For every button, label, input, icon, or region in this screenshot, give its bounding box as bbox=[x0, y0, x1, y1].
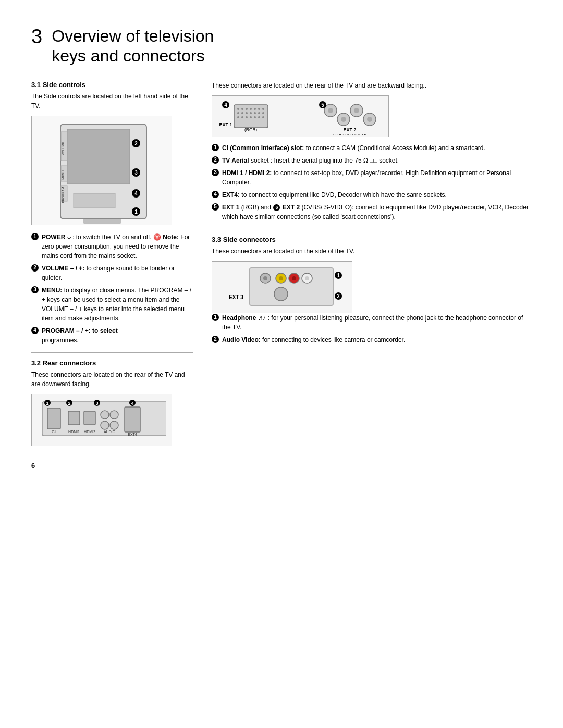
svg-point-27 bbox=[101, 421, 109, 429]
section-desc-side-controls: The Side controls are located on the lef… bbox=[31, 92, 193, 110]
bullet-ext1-text: EXT 1 (RGB) and 6 EXT 2 (CVBS/ S-VIDEO):… bbox=[222, 203, 532, 221]
svg-point-25 bbox=[101, 411, 109, 419]
side-conn-bullets: 1 Headphone ♬♪ : for your personal liste… bbox=[212, 313, 532, 344]
bullet-ci: 1 CI (Common Interface) slot: to connect… bbox=[212, 143, 532, 153]
section-desc-rear: These connectors are located on the rear… bbox=[31, 370, 193, 389]
section-title-rear: 3.2 Rear connectors bbox=[31, 359, 193, 367]
svg-text:CI: CI bbox=[52, 429, 56, 434]
rear-connector-diagram: CI HDMI1 HDMI2 AUDIO bbox=[31, 394, 172, 446]
bullet-program-text: PROGRAM – / +: to selectprogrammes. bbox=[42, 326, 118, 345]
bullet-menu-text: MENU: to display or close menus. The PRO… bbox=[42, 286, 193, 323]
svg-text:3: 3 bbox=[95, 401, 98, 406]
svg-point-43 bbox=[246, 108, 248, 110]
svg-text:MENU: MENU bbox=[62, 170, 65, 180]
rear-diagram-svg: CI HDMI1 HDMI2 AUDIO bbox=[37, 397, 166, 443]
svg-text:EXT 1: EXT 1 bbox=[219, 122, 232, 127]
svg-point-42 bbox=[241, 108, 243, 110]
bullet-audio-video: 2 Audio Video: for connecting to devices… bbox=[212, 335, 532, 344]
svg-text:EXT4: EXT4 bbox=[128, 433, 137, 436]
svg-rect-21 bbox=[68, 411, 80, 425]
side-controls-bullets: 1 POWER ⌵ : to switch the TV on and off.… bbox=[31, 232, 193, 345]
svg-text:1: 1 bbox=[46, 401, 48, 406]
bullet-aerial: 2 TV Aerial socket : Insert the aerial p… bbox=[212, 156, 532, 165]
svg-point-56 bbox=[241, 116, 243, 118]
section-title-side-controls: 3.1 Side controls bbox=[31, 81, 193, 89]
svg-point-80 bbox=[263, 276, 267, 280]
side-conn-svg: 1 2 EXT 3 bbox=[218, 264, 346, 311]
left-column: 3.1 Side controls The Side controls are … bbox=[31, 81, 193, 451]
bullet-power-text: POWER ⌵ : to switch the TV on and off. ♈… bbox=[42, 232, 193, 261]
svg-point-67 bbox=[328, 108, 333, 113]
svg-text:2: 2 bbox=[337, 293, 340, 299]
section-rear-connectors: 3.2 Rear connectors These connectors are… bbox=[31, 359, 193, 446]
chapter-title: Overview of televisionkeys and connector… bbox=[52, 27, 214, 66]
badge-ext1: 5 bbox=[212, 203, 219, 211]
section-desc-side-conn: These connectors are located on the side… bbox=[212, 246, 532, 256]
chapter-heading: 3 Overview of televisionkeys and connect… bbox=[31, 27, 532, 66]
svg-rect-30 bbox=[125, 407, 140, 432]
top-rule bbox=[31, 21, 209, 21]
badge-1: 1 bbox=[31, 233, 39, 240]
bullet-volume: 2 VOLUME – / +: to change sound to be lo… bbox=[31, 264, 193, 282]
badge-av: 2 bbox=[212, 336, 219, 343]
svg-text:2: 2 bbox=[68, 401, 70, 406]
chapter-number: 3 bbox=[31, 27, 42, 46]
page-number: 6 bbox=[31, 462, 532, 470]
svg-text:EXT 2: EXT 2 bbox=[343, 127, 356, 132]
svg-text:3: 3 bbox=[134, 170, 138, 176]
svg-point-50 bbox=[246, 112, 248, 114]
svg-point-69 bbox=[341, 117, 346, 122]
bullet-hdmi: 3 HDMI 1 / HDMI 2: to connect to set-top… bbox=[212, 168, 532, 187]
tv-side-svg: VOLUME MENU PROGRAM 2 3 bbox=[32, 116, 172, 225]
svg-rect-19 bbox=[47, 408, 60, 429]
svg-point-45 bbox=[254, 108, 256, 110]
svg-point-48 bbox=[237, 112, 239, 114]
svg-text:EXT 3: EXT 3 bbox=[229, 294, 243, 300]
bullet-headphone-text: Headphone ♬♪ : for your personal listeni… bbox=[222, 313, 532, 332]
badge-3: 3 bbox=[31, 286, 39, 293]
svg-point-53 bbox=[258, 112, 260, 114]
svg-point-87 bbox=[274, 287, 288, 301]
svg-text:4: 4 bbox=[131, 401, 133, 406]
svg-point-82 bbox=[279, 276, 283, 280]
svg-point-28 bbox=[110, 421, 118, 429]
svg-text:4: 4 bbox=[134, 191, 138, 196]
svg-text:VOLUME: VOLUME bbox=[62, 142, 65, 155]
badge-ci: 1 bbox=[212, 144, 219, 151]
svg-rect-1 bbox=[67, 129, 130, 184]
svg-point-54 bbox=[262, 112, 264, 114]
bullet-ext4-text: EXT4: to connect to equipment like DVD, … bbox=[222, 190, 447, 200]
badge-aerial: 2 bbox=[212, 156, 219, 164]
svg-text:PROGRAM: PROGRAM bbox=[62, 187, 65, 203]
bullet-ci-text: CI (Common Interface) slot: to connect a… bbox=[222, 143, 485, 153]
bullet-headphone: 1 Headphone ♬♪ : for your personal liste… bbox=[212, 313, 532, 332]
svg-point-46 bbox=[258, 108, 260, 110]
badge-hdmi: 3 bbox=[212, 169, 219, 176]
bullet-program: 4 PROGRAM – / +: to selectprogrammes. bbox=[31, 326, 193, 345]
bullet-ext1-ext2: 5 EXT 1 (RGB) and 6 EXT 2 (CVBS/ S-VIDEO… bbox=[212, 203, 532, 221]
svg-point-51 bbox=[250, 112, 252, 114]
tv-side-diagram-box: VOLUME MENU PROGRAM 2 3 bbox=[31, 116, 172, 225]
bullet-power: 1 POWER ⌵ : to switch the TV on and off.… bbox=[31, 232, 193, 261]
ext-diagram-box: 4 EXT 1 (RGB) 5 EXT 2 (CVBS bbox=[212, 95, 389, 137]
svg-text:5: 5 bbox=[321, 102, 324, 108]
svg-rect-2 bbox=[84, 219, 120, 223]
bullet-menu: 3 MENU: to display or close menus. The P… bbox=[31, 286, 193, 323]
svg-point-47 bbox=[262, 108, 264, 110]
svg-point-57 bbox=[246, 116, 248, 118]
svg-point-71 bbox=[354, 108, 359, 113]
badge-headphone: 1 bbox=[212, 314, 219, 321]
bullet-av-text: Audio Video: for connecting to devices l… bbox=[222, 335, 405, 344]
bullet-aerial-text: TV Aerial socket : Insert the aerial plu… bbox=[222, 156, 399, 165]
svg-point-58 bbox=[250, 116, 252, 118]
svg-text:HDMI1: HDMI1 bbox=[68, 430, 80, 434]
svg-point-86 bbox=[305, 276, 309, 280]
svg-point-61 bbox=[262, 116, 264, 118]
svg-point-60 bbox=[258, 116, 260, 118]
page: 3 Overview of televisionkeys and connect… bbox=[0, 0, 563, 728]
svg-text:(CVBS /S-VIDEO): (CVBS /S-VIDEO) bbox=[333, 133, 367, 135]
section-title-side-conn: 3.3 Side connectors bbox=[212, 236, 532, 243]
svg-point-73 bbox=[367, 117, 372, 122]
divider-1 bbox=[31, 352, 193, 353]
rear-connector-bullets: 1 CI (Common Interface) slot: to connect… bbox=[212, 143, 532, 221]
